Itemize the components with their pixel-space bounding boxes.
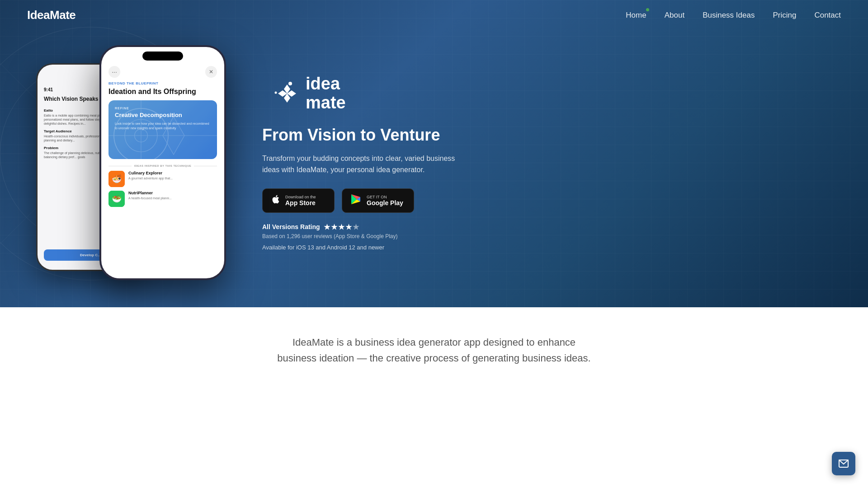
nav-links: Home About Business Ideas Pricing Contac… [626,11,841,20]
star-3: ★ [338,223,344,231]
hero-section: 9:41 Which Vision Speaks to You Eatto Ea… [0,0,868,307]
screen-menu-dots[interactable]: ··· [108,66,120,78]
hero-subtext: Transform your budding concepts into cle… [262,153,470,176]
nav-logo[interactable]: IdeaMate [27,8,75,22]
screen-title: Ideation and Its Offspring [108,87,217,96]
google-play-label-small: GET IT ON [367,195,403,199]
hero-right: idea mate From Vision to Venture Transfo… [262,75,841,251]
idea-info-2: NutriPlanner A health-focused meal plann… [128,191,217,200]
svg-text:🍜: 🍜 [112,174,122,184]
google-play-button[interactable]: GET IT ON Google Play [342,188,414,213]
hero-headline: From Vision to Venture [262,125,841,145]
idea-name-2: NutriPlanner [128,191,217,195]
apple-icon [271,194,281,207]
nav-link-pricing[interactable]: Pricing [773,11,796,20]
brand-name-line1: idea [306,75,346,94]
divider-text: IDEAS INSPIRED BY THIS TECHNIQUE [134,164,192,167]
idea-name-1: Culinary Explorer [128,171,217,175]
screen-close-button[interactable]: ✕ [205,66,217,78]
idea-info-1: Culinary Explorer A gourmet adventure ap… [128,171,217,180]
phone-notch [142,52,183,61]
google-play-text: GET IT ON Google Play [367,195,403,206]
idea-item-2: 🥗 NutriPlanner A health-focused meal pla… [108,191,217,207]
star-rating: ★ ★ ★ ★ ★ [324,223,359,231]
hero-content: 9:41 Which Vision Speaks to You Eatto Ea… [0,0,868,307]
idea-thumb-1: 🍜 [108,171,125,187]
google-play-icon [350,193,362,208]
nav-link-about[interactable]: About [665,11,684,20]
idea-item-1: 🍜 Culinary Explorer A gourmet adventure … [108,171,217,187]
svg-marker-13 [163,117,184,155]
rating-section: All Versions Rating ★ ★ ★ ★ ★ Based on 1… [262,223,841,239]
idea-thumb-icon-2: 🥗 [108,191,125,207]
card-pattern [108,100,217,159]
phones-container: 9:41 Which Vision Speaks to You Eatto Ea… [27,45,244,280]
app-store-label-big: App Store [285,199,316,206]
screen-card: REFINE Creative Decomposition Look insid… [108,100,217,159]
nav-link-business-ideas[interactable]: Business Ideas [703,11,755,20]
screen-divider: IDEAS INSPIRED BY THIS TECHNIQUE [108,164,217,167]
rating-label-text: All Versions Rating [262,223,320,230]
lower-section: IdeaMate is a business idea generator ap… [0,307,868,384]
star-4: ★ [345,223,352,231]
divider-line-right [194,166,217,166]
idea-thumb-2: 🥗 [108,191,125,207]
navigation: IdeaMate Home About Business Ideas Prici… [0,0,868,30]
app-store-label-small: Download on the [285,195,316,199]
google-play-label-big: Google Play [367,199,403,206]
svg-text:🥗: 🥗 [112,194,122,204]
divider-line-left [108,166,132,166]
brand-name: idea mate [306,75,346,113]
sparkle-icon [262,75,298,112]
idea-desc-1: A gourmet adventure app that... [128,176,217,180]
nav-link-home[interactable]: Home [626,11,646,20]
svg-point-18 [288,82,292,85]
app-store-text: Download on the App Store [285,195,316,206]
platform-text: Available for iOS 13 and Android 12 and … [262,244,841,251]
brand-sparkle-container [262,75,298,112]
rating-label: All Versions Rating ★ ★ ★ ★ ★ [262,223,841,231]
nav-link-contact[interactable]: Contact [814,11,841,20]
brand-name-line2: mate [306,94,346,113]
idea-thumb-icon-1: 🍜 [108,171,125,187]
star-2: ★ [331,223,337,231]
brand-logo: idea mate [262,75,841,113]
phone-front: ··· ✕ BEYOND THE BLUEPRINT Ideation and … [99,45,226,280]
google-play-svg [350,193,362,205]
idea-desc-2: A health-focused meal planni... [128,196,217,200]
lower-text: IdeaMate is a business idea generator ap… [276,334,592,366]
screen-top-bar: ··· ✕ [108,66,217,78]
phone-screen: ··· ✕ BEYOND THE BLUEPRINT Ideation and … [101,47,224,278]
star-5-half: ★ [353,223,359,231]
svg-point-19 [275,91,277,94]
rating-sub: Based on 1,296 user reviews (App Store &… [262,233,841,239]
screen-subtitle: BEYOND THE BLUEPRINT [108,81,217,85]
store-buttons: Download on the App Store GE [262,188,841,213]
app-store-button[interactable]: Download on the App Store [262,188,335,213]
star-1: ★ [324,223,330,231]
